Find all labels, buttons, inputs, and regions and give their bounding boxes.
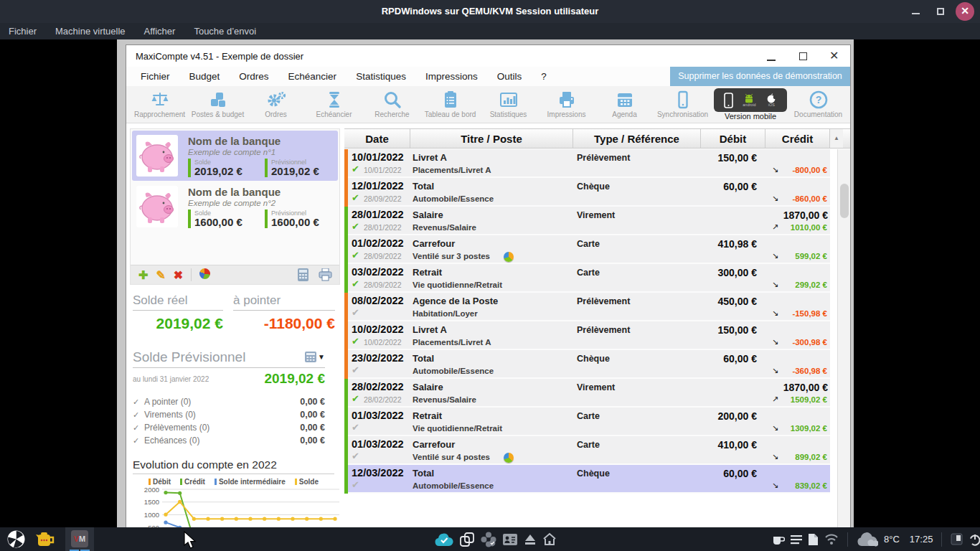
power-icon[interactable] <box>969 533 980 546</box>
toolbar-statistiques[interactable]: Statistiques <box>479 88 537 123</box>
qemu-menu-touche-envoi[interactable]: Touche d’envoi <box>194 26 256 37</box>
calculator-icon[interactable] <box>298 268 308 281</box>
account-item[interactable]: Nom de la banque Exemple de compte n°1 S… <box>132 131 338 181</box>
solde-value: 1600,00 € <box>194 217 242 228</box>
transaction-category: Automobile/Essence <box>413 481 494 490</box>
toolbar-tableau-de-bord[interactable]: Tableau de bord <box>421 88 479 123</box>
pointed-date: 10/02/2022 <box>364 338 402 347</box>
previsionnel-date: au lundi 31 janvier 2022 <box>133 375 209 383</box>
row-status-bar <box>344 264 348 293</box>
checklist-row[interactable]: ✓ Virements (0) 0,00 € <box>133 408 325 421</box>
menu-lines-icon[interactable] <box>791 534 802 545</box>
header-credit[interactable]: Crédit <box>765 129 830 148</box>
table-row[interactable]: 03/02/2022✔28/09/2022RetraitVie quotidie… <box>344 264 830 293</box>
toolbar-synchronisation[interactable]: Synchronisation <box>654 88 712 123</box>
previsionnel-section: Solde Prévisionnel ▼ au lundi 31 janvier… <box>130 349 325 447</box>
scroll-up-arrow[interactable]: ▲ <box>830 129 843 148</box>
wifi-icon[interactable] <box>824 534 839 545</box>
row-status-bar <box>344 321 348 350</box>
coffee-cup-icon[interactable] <box>772 534 785 545</box>
menu-echeancier[interactable]: Echéancier <box>288 71 337 82</box>
menu-budget[interactable]: Budget <box>189 71 220 82</box>
table-row[interactable]: 12/01/2022✔28/09/2022TotalAutomobile/Ess… <box>344 178 830 207</box>
header-date[interactable]: Date <box>344 129 410 148</box>
toolbar-agenda[interactable]: Agenda <box>595 88 654 123</box>
app-close-button[interactable]: ✕ <box>829 49 839 62</box>
clock: 17:25 <box>910 534 933 545</box>
table-row[interactable]: 28/01/2022✔28/01/2022SalaireRevenus/Sala… <box>344 207 830 235</box>
table-row[interactable]: 08/02/2022✔Agence de la PosteHabitation/… <box>344 293 830 321</box>
toolbar-label: Ordres <box>247 110 305 118</box>
toolbar-postes-budget[interactable]: Postes & budget <box>189 88 247 123</box>
toolbar-documentation[interactable]: ? Documentation <box>789 88 847 123</box>
keyboard-icon[interactable] <box>951 533 963 545</box>
debit-amount: 410,00 € <box>685 439 757 451</box>
toolbar-impressions[interactable]: Impressions <box>537 88 595 123</box>
menu-impressions[interactable]: Impressions <box>425 71 478 82</box>
table-scrollbar[interactable] <box>837 149 850 550</box>
chevron-down-icon[interactable]: ▼ <box>318 353 325 361</box>
menu-aide[interactable]: ? <box>541 71 547 82</box>
calendar-icon <box>615 90 635 110</box>
table-row[interactable]: 01/03/2022✔RetraitVie quotidienne/Retrai… <box>344 408 830 436</box>
row-status-bar <box>344 235 348 264</box>
menu-statistiques[interactable]: Statistiques <box>356 71 406 82</box>
menu-outils[interactable]: Outils <box>497 71 522 82</box>
toolbar-echeancier[interactable]: Echéancier <box>305 88 363 123</box>
checklist-row[interactable]: ✓ A pointer (0) 0,00 € <box>133 395 325 408</box>
print-accounts-icon[interactable] <box>319 268 332 281</box>
delete-account-button[interactable]: ✖ <box>174 268 183 282</box>
table-row[interactable]: 28/02/2022✔28/02/2022SalaireRevenus/Sala… <box>344 379 830 408</box>
toolbar-label: Recherche <box>363 110 421 118</box>
menu-fichier[interactable]: Fichier <box>141 71 170 82</box>
checklist-row[interactable]: ✓ Echéances (0) 0,00 € <box>133 434 325 447</box>
header-type-reference[interactable]: Type / Référence <box>573 129 701 148</box>
qemu-close-button[interactable]: ✕ <box>956 2 974 21</box>
delete-demo-data-button[interactable]: Supprimer les données de démonstration <box>670 67 850 86</box>
contact-card-icon[interactable] <box>502 533 518 546</box>
add-account-button[interactable]: ✚ <box>138 268 148 282</box>
app-window-title: MaxiCompte v4.51 - Exemple de dossier <box>136 51 303 62</box>
qemu-menu-machine-virtuelle[interactable]: Machine virtuelle <box>55 26 126 37</box>
table-row[interactable]: 10/02/2022✔10/02/2022Livret APlacements/… <box>344 321 830 350</box>
pointed-check-icon: ✔ <box>352 192 359 203</box>
toolbar-recherche[interactable]: Recherche <box>363 88 421 123</box>
teapot-icon[interactable] <box>35 532 55 547</box>
table-row[interactable]: 23/02/2022✔TotalAutomobile/EssenceChèque… <box>344 350 830 379</box>
app-minimize-button[interactable] <box>767 60 776 61</box>
pointed-check-icon: ✔ <box>352 221 359 232</box>
app-menu-icon[interactable] <box>7 530 25 548</box>
table-row[interactable]: 10/01/2022✔10/01/2022Livret APlacements/… <box>344 149 830 178</box>
qemu-maximize-button[interactable] <box>937 8 944 15</box>
app-maximize-button[interactable] <box>799 52 807 60</box>
cloud-check-icon[interactable] <box>435 532 453 547</box>
account-item[interactable]: Nom de la banque Exemple de compte n°2 S… <box>132 182 338 232</box>
toolbar-rapprochement[interactable]: Rapprochement <box>131 88 189 123</box>
calendar-calc-icon[interactable] <box>305 352 316 362</box>
home-icon[interactable] <box>542 532 557 546</box>
vm-window-button[interactable]: VM <box>65 527 94 551</box>
edit-account-button[interactable]: ✎ <box>156 268 165 282</box>
file-icon[interactable] <box>808 533 819 546</box>
transaction-type: Virement <box>577 210 615 220</box>
qemu-menu-afficher[interactable]: Afficher <box>144 26 176 37</box>
eject-icon[interactable] <box>524 533 537 546</box>
app-titlebar: MaxiCompte v4.51 - Exemple de dossier ✕ <box>126 45 850 67</box>
accounts-chart-button[interactable] <box>199 268 210 282</box>
qemu-minimize-button[interactable] <box>912 13 920 14</box>
table-row[interactable]: 12/03/2022✔TotalAutomobile/EssenceChèque… <box>344 465 830 494</box>
clipboard-copy-icon[interactable] <box>459 532 475 547</box>
table-row[interactable]: 01/03/2022✔CarrefourVentilé sur 4 postes… <box>344 436 830 465</box>
split-pie-icon <box>504 252 514 262</box>
pinwheel-check-icon[interactable] <box>481 532 496 547</box>
menu-ordres[interactable]: Ordres <box>239 71 268 82</box>
clipboard-icon <box>440 90 461 110</box>
scrollbar-thumb[interactable] <box>840 184 849 218</box>
header-titre-poste[interactable]: Titre / Poste <box>410 129 573 148</box>
toolbar-version-mobile[interactable]: android iOS Version mobile <box>712 88 789 123</box>
qemu-menu-fichier[interactable]: Fichier <box>9 26 37 37</box>
header-debit[interactable]: Débit <box>701 129 765 148</box>
toolbar-ordres[interactable]: Ordres <box>247 88 305 123</box>
checklist-row[interactable]: ✓ Prélèvements (0) 0,00 € <box>133 421 325 434</box>
table-row[interactable]: 01/02/2022✔28/09/2022CarrefourVentilé su… <box>344 235 830 264</box>
